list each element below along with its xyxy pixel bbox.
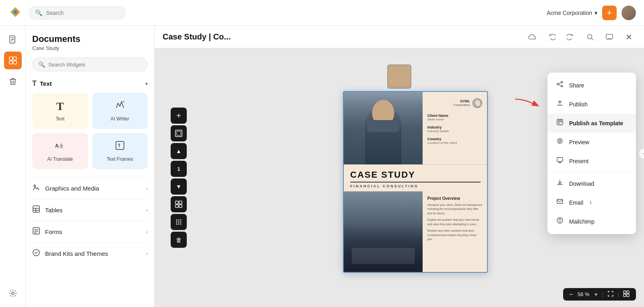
widget-ai-translate[interactable]: A文 AI Translate bbox=[32, 133, 88, 169]
dots-grid-button[interactable] bbox=[171, 214, 187, 230]
share-icon bbox=[555, 81, 564, 90]
svg-point-38 bbox=[178, 224, 180, 225]
svg-rect-4 bbox=[13, 57, 17, 60]
text-section-label: Text bbox=[40, 80, 52, 87]
grid-button[interactable] bbox=[171, 196, 187, 212]
search-input[interactable] bbox=[46, 10, 120, 16]
info-icon: ℹ bbox=[590, 200, 592, 205]
download-icon bbox=[555, 179, 564, 188]
menu-item-share[interactable]: Share bbox=[547, 76, 636, 95]
svg-point-8 bbox=[123, 101, 124, 102]
doc-photo bbox=[344, 92, 423, 164]
zoom-level: 56 % bbox=[576, 291, 591, 297]
search-canvas-button[interactable] bbox=[583, 30, 597, 44]
widget-search[interactable]: 🔍 bbox=[32, 58, 148, 71]
svg-rect-28 bbox=[179, 201, 182, 204]
document-preview[interactable]: SVML Corporation 💬 Client Name Write nam… bbox=[343, 91, 488, 273]
fit-screen-button[interactable] bbox=[606, 290, 615, 298]
menu-email-label: Email bbox=[569, 199, 583, 206]
brand-chevron: › bbox=[146, 251, 148, 257]
widget-ai-writer[interactable]: AI Writer bbox=[92, 93, 148, 129]
menu-item-present[interactable]: Present bbox=[547, 151, 636, 170]
sidebar-item-trash[interactable] bbox=[4, 73, 22, 90]
svg-point-13 bbox=[34, 185, 35, 187]
zoom-in-button[interactable]: + bbox=[592, 291, 599, 298]
svg-rect-30 bbox=[179, 205, 182, 207]
add-element-button[interactable]: + bbox=[171, 108, 187, 124]
redo-button[interactable] bbox=[564, 30, 578, 44]
user-avatar[interactable] bbox=[621, 6, 636, 20]
svg-rect-25 bbox=[175, 130, 182, 137]
sidebar-item-settings[interactable] bbox=[4, 284, 22, 302]
svg-rect-46 bbox=[558, 120, 561, 122]
delete-button[interactable]: 🗑 bbox=[171, 232, 187, 248]
cloud-save-button[interactable] bbox=[525, 30, 539, 44]
widget-text[interactable]: T Text bbox=[32, 93, 88, 129]
menu-item-email[interactable]: Email ℹ bbox=[547, 193, 636, 212]
menu-divider bbox=[547, 172, 636, 172]
app-logo[interactable] bbox=[8, 5, 23, 21]
menu-item-publish-template[interactable]: Publish as Template bbox=[547, 114, 636, 133]
page-down-button[interactable]: ▼ bbox=[171, 178, 187, 195]
svg-point-1 bbox=[13, 10, 17, 14]
menu-present-label: Present bbox=[569, 158, 588, 164]
svg-point-23 bbox=[588, 34, 592, 39]
svg-point-44 bbox=[561, 85, 563, 87]
svg-rect-27 bbox=[175, 201, 178, 204]
doc-industry: Industry Industry details bbox=[427, 125, 482, 133]
close-button[interactable]: ✕ bbox=[621, 30, 636, 44]
text-frames-icon: T bbox=[115, 140, 125, 153]
panel-title: Documents bbox=[32, 34, 148, 44]
category-forms[interactable]: Forms › bbox=[32, 221, 148, 243]
sidebar-item-document[interactable] bbox=[4, 31, 22, 48]
comment-button[interactable] bbox=[602, 30, 617, 44]
menu-publish-template-label: Publish as Template bbox=[569, 120, 623, 127]
brand-icon bbox=[32, 249, 40, 259]
ai-writer-icon bbox=[115, 100, 125, 113]
page-up-button[interactable]: ▲ bbox=[171, 143, 187, 159]
frame-button[interactable] bbox=[171, 125, 187, 141]
grid-view-button[interactable] bbox=[621, 290, 631, 298]
svg-rect-58 bbox=[627, 294, 629, 297]
menu-item-publish[interactable]: Publish bbox=[547, 95, 636, 114]
category-tables[interactable]: Tables › bbox=[32, 199, 148, 221]
sidebar-item-widgets[interactable] bbox=[4, 52, 22, 69]
overview-text1: Introduce your client. Share the backgro… bbox=[427, 203, 482, 216]
color-swatch[interactable] bbox=[387, 64, 411, 89]
widget-text-frames[interactable]: T Text Frames bbox=[92, 133, 148, 169]
workspace-selector[interactable]: Acme Corporation ▾ bbox=[547, 10, 597, 16]
menu-download-label: Download bbox=[569, 180, 594, 187]
svg-rect-50 bbox=[557, 158, 563, 162]
widget-ai-translate-label: AI Translate bbox=[47, 156, 73, 162]
doc-overview: Project Overview Introduce your client. … bbox=[344, 191, 487, 272]
canvas-actions: ✕ bbox=[525, 30, 636, 44]
doc-main-title: CASE STUDY bbox=[350, 170, 481, 183]
text-section-header[interactable]: T Text ▾ bbox=[32, 79, 148, 88]
chevron-down-icon: ▾ bbox=[594, 10, 597, 16]
email-icon bbox=[555, 198, 564, 207]
logo-line2: Corporation bbox=[453, 103, 470, 107]
menu-item-mailchimp[interactable]: Mailchimp bbox=[547, 212, 636, 231]
workspace-name: Acme Corporation bbox=[547, 10, 592, 16]
global-search[interactable]: 🔍 bbox=[29, 6, 126, 19]
doc-title-section: CASE STUDY FINANCIAL CONSULTING bbox=[344, 164, 487, 191]
svg-point-7 bbox=[12, 292, 14, 295]
present-icon bbox=[555, 156, 564, 166]
mailchimp-icon bbox=[555, 217, 564, 226]
undo-button[interactable] bbox=[544, 30, 559, 44]
zoom-separator: | bbox=[602, 291, 603, 297]
logo-icon: 💬 bbox=[473, 98, 482, 108]
menu-share-label: Share bbox=[569, 82, 584, 89]
widget-search-input[interactable] bbox=[48, 62, 142, 68]
menu-item-preview[interactable]: Preview bbox=[547, 133, 636, 151]
category-brand[interactable]: Brand Kits and Themes › bbox=[32, 243, 148, 264]
add-button[interactable]: + bbox=[602, 6, 617, 20]
zoom-out-button[interactable]: − bbox=[568, 291, 575, 298]
svg-rect-55 bbox=[623, 291, 626, 293]
topbar-right: Acme Corporation ▾ + bbox=[547, 6, 636, 20]
category-graphics[interactable]: Graphics and Media › bbox=[32, 177, 148, 199]
svg-point-31 bbox=[176, 220, 178, 221]
menu-item-download[interactable]: Download bbox=[547, 174, 636, 193]
document-title: Case Study | Co... bbox=[163, 32, 231, 41]
publish-icon bbox=[555, 100, 564, 109]
